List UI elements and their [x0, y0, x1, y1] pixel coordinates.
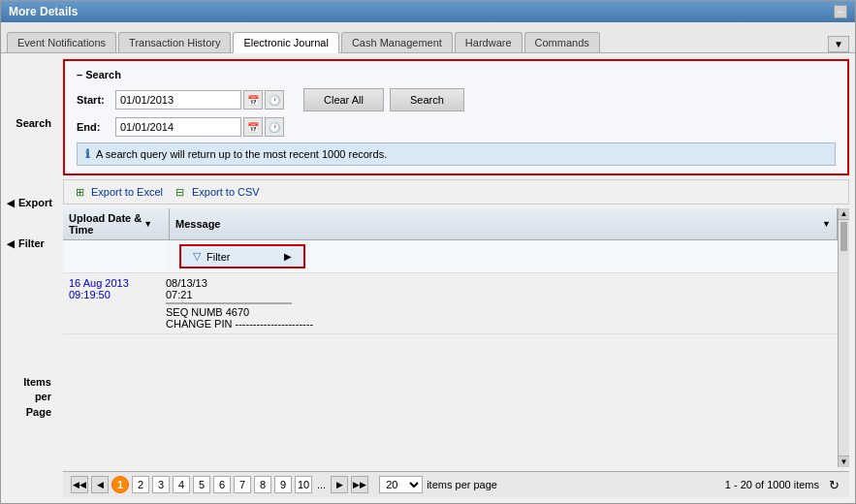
last-page-button[interactable]: ▶▶ [351, 476, 368, 493]
window-title: More Details [9, 5, 78, 18]
first-page-button[interactable]: ◀◀ [71, 476, 88, 493]
tab-hardware[interactable]: Hardware [455, 32, 523, 52]
filter-row: ▽ Filter ▶ [63, 240, 838, 273]
export-csv-button[interactable]: ⊟ Export to CSV [173, 184, 260, 200]
tab-transaction-history[interactable]: Transaction History [118, 32, 231, 52]
tab-bar: Event Notifications Transaction History … [1, 22, 855, 53]
items-info: 1 - 20 of 1000 items [725, 479, 819, 490]
search-info-text: A search query will return up to the mos… [96, 148, 387, 160]
search-panel: – Search Start: 📅 🕐 Clear All Search End… [63, 59, 849, 175]
col-header-upload-date[interactable]: Upload Date &Time ▼ [63, 208, 170, 239]
per-page-selector: 20 50 100 items per page [379, 476, 497, 493]
window: More Details ─ Event Notifications Trans… [0, 0, 856, 504]
page-8-button[interactable]: 8 [254, 476, 271, 493]
prev-page-button[interactable]: ◀ [91, 476, 109, 493]
start-calendar-icon[interactable]: 📅 [243, 90, 263, 110]
table-inner: Upload Date &Time ▼ Message ▼ [63, 208, 838, 467]
filter-funnel-icon: ▽ [193, 250, 201, 263]
page-5-button[interactable]: 5 [193, 476, 210, 493]
scroll-down-button[interactable]: ▼ [839, 456, 849, 467]
vertical-scrollbar[interactable]: ▲ ▼ [838, 208, 849, 467]
col-message-dropdown[interactable]: ▼ [822, 219, 831, 229]
page-9-button[interactable]: 9 [274, 476, 292, 493]
search-button[interactable]: Search [390, 88, 464, 111]
pagination-bar: ◀◀ ◀ 1 2 3 4 5 6 7 8 9 10 ... ▶ ▶▶ [63, 471, 849, 497]
scroll-up-button[interactable]: ▲ [839, 208, 849, 220]
page-10-button[interactable]: 10 [295, 476, 312, 493]
start-clock-icon[interactable]: 🕐 [265, 90, 284, 110]
table-row: 16 Aug 201309:19:50 08/13/13 07:21 SEQ N… [63, 273, 838, 334]
minimize-button[interactable]: ─ [834, 5, 847, 18]
title-bar-buttons: ─ [834, 5, 847, 18]
search-info-bar: ℹ A search query will return up to the m… [77, 142, 836, 166]
csv-icon: ⊟ [173, 184, 188, 200]
page-1-button[interactable]: 1 [111, 476, 129, 493]
filter-arrow-icon: ◀ [7, 238, 15, 249]
tab-event-notifications[interactable]: Event Notifications [7, 32, 116, 52]
export-bar: ⊞ Export to Excel ⊟ Export to CSV [63, 179, 849, 205]
page-3-button[interactable]: 3 [152, 476, 170, 493]
page-dots: ... [315, 479, 328, 490]
filter-popup[interactable]: ▽ Filter ▶ [179, 244, 305, 268]
export-csv-label: Export to CSV [192, 186, 260, 198]
table-container: Upload Date &Time ▼ Message ▼ [63, 208, 849, 467]
search-side-label: Search [7, 117, 59, 129]
outer-layout: Search ◀ Export ◀ Filter Items perPage –… [7, 59, 849, 497]
search-end-row: End: 📅 🕐 [77, 117, 836, 137]
col-header-upload-date-label: Upload Date &Time [69, 212, 142, 236]
search-start-row: Start: 📅 🕐 Clear All Search [77, 88, 836, 111]
export-excel-label: Export to Excel [91, 186, 163, 198]
excel-icon: ⊞ [72, 184, 87, 200]
col-header-message[interactable]: Message ▼ [170, 208, 838, 239]
tab-commands[interactable]: Commands [524, 32, 600, 52]
right-column: – Search Start: 📅 🕐 Clear All Search End… [63, 59, 849, 497]
next-page-button[interactable]: ▶ [331, 476, 348, 493]
filter-side-label: Filter [18, 237, 45, 249]
per-page-select[interactable]: 20 50 100 [379, 476, 423, 493]
tab-electronic-journal[interactable]: Electronic Journal [233, 32, 338, 53]
scroll-thumb[interactable] [840, 222, 847, 251]
export-excel-button[interactable]: ⊞ Export to Excel [72, 184, 163, 200]
end-clock-icon[interactable]: 🕐 [265, 117, 284, 137]
items-per-page-side-label: Items perPage [7, 375, 59, 420]
search-panel-title: – Search [77, 69, 836, 80]
refresh-button[interactable]: ↻ [826, 477, 841, 492]
info-icon: ℹ [85, 147, 90, 161]
cell-message: 08/13/13 07:21 SEQ NUMB 4670 CHANGE PIN … [160, 273, 838, 333]
end-calendar-icon[interactable]: 📅 [243, 117, 263, 137]
export-side-label: Export [18, 197, 52, 208]
table-header: Upload Date &Time ▼ Message ▼ [63, 208, 838, 240]
end-date-input[interactable] [115, 117, 241, 137]
col-sort-arrow[interactable]: ▼ [143, 219, 152, 229]
page-6-button[interactable]: 6 [213, 476, 231, 493]
table-body: 16 Aug 201309:19:50 08/13/13 07:21 SEQ N… [63, 273, 838, 467]
tab-cash-management[interactable]: Cash Management [341, 32, 453, 52]
labels-column: Search ◀ Export ◀ Filter Items perPage [7, 59, 63, 497]
filter-label: Filter [206, 251, 230, 263]
page-4-button[interactable]: 4 [173, 476, 190, 493]
col-header-message-label: Message [175, 218, 220, 230]
page-7-button[interactable]: 7 [234, 476, 251, 493]
end-label: End: [77, 121, 115, 133]
main-content: Search ◀ Export ◀ Filter Items perPage –… [1, 53, 855, 503]
export-arrow-icon: ◀ [7, 198, 15, 208]
tab-overflow-arrow[interactable]: ▼ [828, 36, 849, 52]
search-actions: Clear All Search [303, 88, 464, 111]
items-per-page-label: items per page [427, 479, 497, 490]
cell-date: 16 Aug 201309:19:50 [63, 273, 160, 333]
page-2-button[interactable]: 2 [132, 476, 149, 493]
start-date-input[interactable] [115, 90, 241, 110]
title-bar: More Details ─ [1, 1, 855, 22]
start-label: Start: [77, 94, 115, 106]
filter-submenu-arrow: ▶ [284, 251, 292, 262]
clear-all-button[interactable]: Clear All [303, 88, 384, 111]
